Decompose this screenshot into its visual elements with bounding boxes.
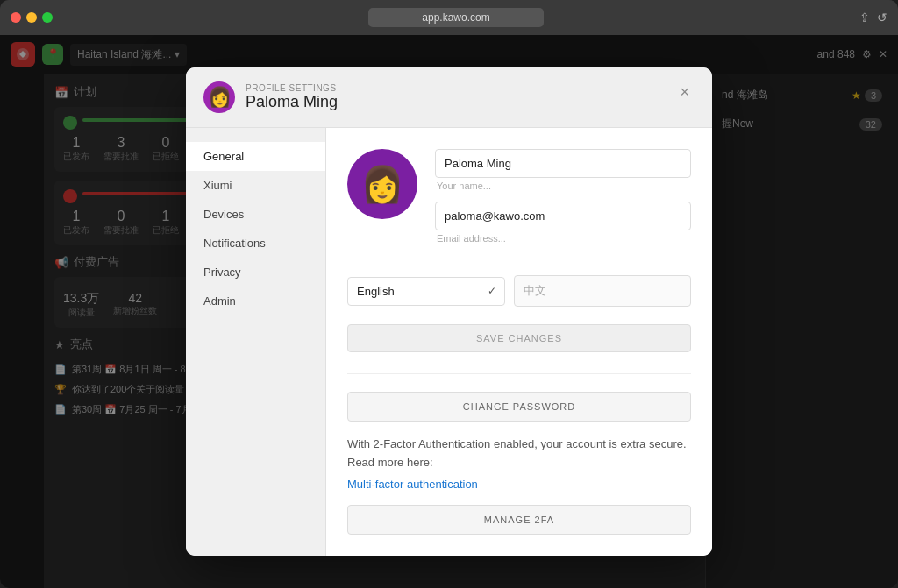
traffic-lights: [11, 12, 53, 23]
email-hint: Email address...: [435, 233, 691, 244]
modal-avatar: 👩: [203, 81, 235, 113]
profile-avatar-large[interactable]: 👩: [347, 149, 417, 219]
nav-item-admin[interactable]: Admin: [186, 287, 325, 315]
nav-item-devices[interactable]: Devices: [186, 200, 325, 229]
name-field-group: Your name...: [435, 149, 691, 191]
nav-item-privacy[interactable]: Privacy: [186, 258, 325, 287]
nav-item-xiumi[interactable]: Xiumi: [186, 171, 325, 200]
profile-top-section: 👩 Your name... Email address: [347, 149, 691, 254]
url-bar[interactable]: app.kawo.com: [60, 8, 852, 27]
two-factor-link[interactable]: Multi-factor authentication: [347, 478, 691, 491]
email-input[interactable]: [435, 202, 691, 230]
refresh-icon: ↺: [877, 11, 887, 25]
profile-settings-modal: 👩 PROFILE SETTINGS Paloma Ming × General: [186, 67, 712, 556]
browser-titlebar: app.kawo.com ⇪ ↺: [0, 0, 898, 35]
maximize-button[interactable]: [42, 12, 53, 23]
browser-actions: ⇪ ↺: [859, 11, 887, 25]
modal-title: Paloma Ming: [246, 93, 338, 111]
modal-main-content: 👩 Your name... Email address: [326, 128, 712, 556]
save-changes-button[interactable]: SAVE CHANGES: [347, 324, 691, 352]
email-field-group: Email address...: [435, 202, 691, 244]
modal-backdrop[interactable]: 👩 PROFILE SETTINGS Paloma Ming × General: [0, 35, 898, 588]
change-password-button[interactable]: CHANGE PASSWORD: [347, 392, 691, 422]
close-button[interactable]: [11, 12, 21, 23]
share-icon: ⇪: [859, 11, 870, 25]
profile-fields: Your name... Email address...: [435, 149, 691, 254]
language-row: English 中文 中文: [347, 275, 691, 307]
url-input[interactable]: app.kawo.com: [368, 8, 544, 27]
manage-2fa-button[interactable]: MANAGE 2FA: [347, 505, 691, 535]
modal-body: General Xiumi Devices Notifications Priv…: [186, 128, 712, 556]
browser-window: app.kawo.com ⇪ ↺ 📍 Haitan Island 海滩... ▾: [0, 0, 898, 588]
name-hint: Your name...: [435, 181, 691, 191]
modal-subtitle: PROFILE SETTINGS: [246, 83, 338, 93]
app-content: 📍 Haitan Island 海滩... ▾ and 848 ⚙ ✕: [0, 35, 898, 588]
language-select[interactable]: English 中文: [347, 277, 505, 306]
name-input[interactable]: [435, 149, 691, 178]
nav-item-general[interactable]: General: [186, 142, 325, 171]
nav-item-notifications[interactable]: Notifications: [186, 229, 325, 258]
section-divider-1: [347, 373, 691, 374]
modal-sidebar-nav: General Xiumi Devices Notifications Priv…: [186, 128, 326, 556]
modal-header: 👩 PROFILE SETTINGS Paloma Ming ×: [186, 67, 712, 128]
language-zh-display: 中文: [514, 275, 691, 307]
minimize-button[interactable]: [26, 12, 37, 23]
modal-header-text: PROFILE SETTINGS Paloma Ming: [246, 83, 338, 111]
two-factor-text: With 2-Factor Authentication enabled, yo…: [347, 436, 691, 472]
modal-header-left: 👩 PROFILE SETTINGS Paloma Ming: [203, 81, 338, 113]
language-select-wrapper: English 中文: [347, 277, 505, 306]
modal-close-button[interactable]: ×: [674, 81, 695, 103]
